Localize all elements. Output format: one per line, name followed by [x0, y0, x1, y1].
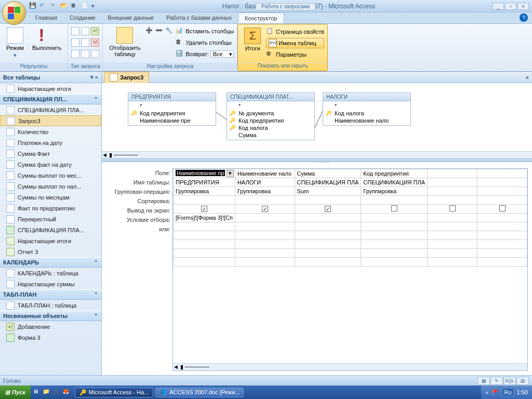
show-checkbox[interactable] [499, 205, 506, 211]
clock[interactable]: 1:50 [517, 389, 528, 395]
view-button[interactable]: Режим▾ [3, 26, 27, 60]
nav-item[interactable]: Факт по предприятию [0, 203, 101, 214]
save-icon[interactable]: 💾 [29, 2, 37, 10]
navigation-pane: Все таблицы▾ « Нарастающие итоги СПЕЦИФИ… [0, 72, 102, 375]
run-button[interactable]: ! Выполнить [29, 26, 64, 52]
select-icon[interactable] [71, 27, 79, 35]
nav-item[interactable]: Отчет 3 [0, 246, 101, 257]
new-icon[interactable]: 📄 [81, 2, 89, 10]
tray-chevron-icon[interactable]: « [485, 389, 488, 395]
update-icon[interactable] [71, 38, 79, 47]
return-combo[interactable]: Все▾ [210, 50, 234, 58]
restore-button[interactable]: ▫ [505, 3, 516, 10]
append-icon[interactable]: +! [91, 27, 99, 35]
close-tab-icon[interactable]: × [526, 74, 529, 81]
grid-scrollbar[interactable]: ◄ ▮ ────── [173, 363, 527, 370]
undo-icon[interactable]: ↶ [39, 2, 48, 10]
tab-create[interactable]: Создание [63, 12, 102, 23]
show-checkbox[interactable] [449, 205, 456, 211]
view-sql-icon[interactable]: SQL [503, 377, 516, 385]
builder-icon[interactable]: 🔧 [165, 27, 174, 35]
nav-item[interactable]: Платежи на дату [0, 137, 101, 148]
context-tab-label: Работа с запросами [256, 3, 315, 10]
nav-item[interactable]: +!Добавление [0, 321, 101, 332]
nav-item[interactable]: Суммы выплат по нал... [0, 181, 101, 192]
insert-columns-button[interactable]: 📊Вставить столбцы [176, 26, 234, 36]
qat-dropdown-icon[interactable]: ▾ [91, 3, 95, 9]
nav-item[interactable]: Сумма факт на дату [0, 159, 101, 170]
tab-external[interactable]: Внешние данные [102, 12, 160, 23]
minimize-button[interactable]: _ [493, 3, 504, 10]
nav-item[interactable]: Нарастающие итоги [0, 235, 101, 246]
office-button[interactable] [2, 1, 26, 25]
nav-item[interactable]: ТАБЛ-ПЛАН : таблица [0, 300, 101, 311]
query-design-grid[interactable]: Наименование пр▾ Наименование налоСуммаК… [172, 168, 528, 371]
nav-item[interactable]: Суммы по месяцам [0, 192, 101, 203]
nav-item[interactable]: СПЕЦИФИКАЦИЯ ПЛА... [0, 104, 101, 115]
crosstab-icon[interactable] [81, 38, 89, 47]
totals-button[interactable]: Σ Итоги [241, 26, 264, 52]
open-icon[interactable]: 📂 [60, 2, 69, 10]
table-names-button[interactable]: XYZИмена таблиц [266, 38, 324, 48]
nav-group[interactable]: Несвязанные объекты⌃ [0, 311, 101, 321]
delete-columns-button[interactable]: 🗑Удалить столбцы [176, 37, 234, 48]
report-icon [6, 248, 15, 256]
dropdown-icon[interactable]: ▾ [227, 170, 234, 177]
tab-home[interactable]: Главная [29, 12, 63, 23]
nav-item-selected[interactable]: Запрос3 [0, 115, 101, 126]
firefox-icon[interactable]: 🦊 [62, 388, 71, 396]
taskbar-task-word[interactable]: 📘ACCESS 2007.doc [Режи... [155, 388, 244, 397]
parameters-button[interactable]: ⚙Параметры [266, 49, 324, 60]
tab-design[interactable]: Конструктор [238, 12, 284, 23]
nav-item[interactable]: Перекрестный [0, 214, 101, 224]
print-icon[interactable]: 🗎 [71, 2, 79, 10]
redo-icon[interactable]: ↷ [50, 2, 58, 10]
nav-item[interactable]: Нарастающие суммы [0, 278, 101, 289]
tab-dbtools[interactable]: Работа с базами данных [160, 12, 238, 23]
start-button[interactable]: ⊞Пуск [0, 385, 31, 399]
nav-item[interactable]: Количество [0, 126, 101, 137]
delete-icon[interactable]: ×! [91, 38, 99, 47]
union-icon[interactable] [71, 50, 79, 58]
property-sheet-button[interactable]: 📋Страница свойств [266, 26, 324, 37]
taskbar-task-access[interactable]: 🔑Microsoft Access - На... [75, 388, 154, 397]
nav-item[interactable]: СПЕЦИФИКАЦИЯ ПЛА... [0, 224, 101, 235]
close-button[interactable]: × [517, 3, 529, 10]
help-icon[interactable]: ? [520, 14, 528, 22]
table-box-spec[interactable]: СПЕЦИФИКАЦИЯ ПЛАТ... * № документа Код п… [227, 92, 315, 140]
insert-rows-icon[interactable]: ➕ [145, 27, 154, 35]
query-relationship-pane[interactable]: ПРЕДПРИЯТИЯ * Код предприятия Наименован… [102, 83, 532, 159]
winamp-icon[interactable]: 🎵 [52, 388, 61, 396]
view-datasheet-icon[interactable]: ▦ [477, 377, 490, 385]
nav-item[interactable]: Нарастающие итоги [0, 83, 101, 94]
doc-tab-query3[interactable]: Запрос3 [104, 72, 149, 83]
nav-item[interactable]: КАЛЕНДАРЬ : таблица [0, 268, 101, 278]
totalcmd-icon[interactable]: 📁 [43, 388, 51, 396]
desktop-icon[interactable]: 🖥 [33, 388, 41, 396]
nav-item[interactable]: Сумма Факт [0, 148, 101, 159]
nav-group[interactable]: СПЕЦИФИКАЦИЯ ПЛ...⌃ [0, 94, 101, 104]
language-indicator[interactable]: Ru [502, 388, 514, 396]
show-checkbox[interactable] [201, 206, 207, 212]
passthrough-icon[interactable] [81, 50, 89, 58]
view-design-icon[interactable]: ✎ [490, 377, 503, 385]
show-table-button[interactable]: Отобразить таблицу [106, 26, 143, 58]
show-checkbox[interactable] [325, 206, 331, 212]
tray-flag-icon[interactable]: 🚩 [492, 389, 499, 396]
view-pivot-icon[interactable]: ▤ [516, 377, 529, 385]
nav-group[interactable]: КАЛЕНДАРЬ⌃ [0, 257, 101, 268]
svg-line-1 [315, 111, 323, 128]
query-icon [6, 182, 15, 191]
show-checkbox[interactable] [262, 206, 268, 212]
maketable-icon[interactable] [81, 27, 89, 35]
delete-rows-icon[interactable]: ➖ [155, 27, 164, 35]
nav-item[interactable]: Суммы выплат по мес... [0, 170, 101, 181]
nav-header[interactable]: Все таблицы▾ « [0, 72, 101, 83]
nav-item[interactable]: Форма 3 [0, 332, 101, 343]
splitter[interactable] [102, 159, 532, 162]
datadef-icon[interactable] [91, 50, 99, 58]
table-box-taxes[interactable]: НАЛОГИ * Код налога Наименование нало [323, 92, 411, 126]
show-checkbox[interactable] [391, 205, 397, 211]
table-box-enterprises[interactable]: ПРЕДПРИЯТИЯ * Код предприятия Наименован… [128, 92, 216, 126]
nav-group[interactable]: ТАБЛ-ПЛАН⌃ [0, 289, 101, 300]
